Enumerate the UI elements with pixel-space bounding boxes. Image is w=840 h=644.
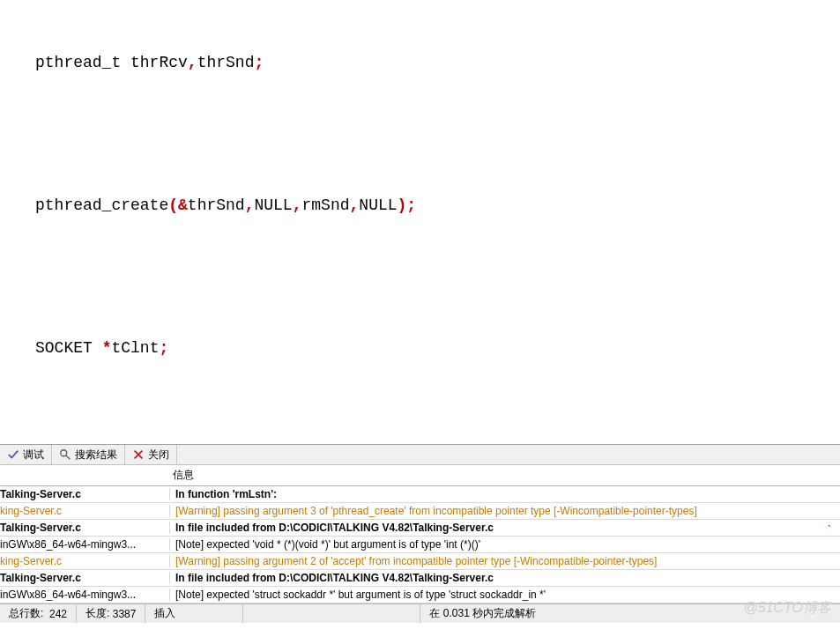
message-row[interactable]: king-Server.c[Warning] passing argument … (0, 553, 840, 570)
message-row[interactable]: inGW\x86_64-w64-mingw3...[Note] expected… (0, 537, 840, 553)
status-blank (243, 604, 420, 623)
svg-point-0 (61, 450, 67, 456)
bottom-panel-tabs: 调试 搜索结果 关闭 (0, 444, 840, 465)
status-parse-time: 在 0.031 秒内完成解析 (420, 604, 840, 623)
close-icon (132, 448, 145, 461)
message-text: In function 'rmLstn': (170, 488, 840, 500)
caret-mark: ` (828, 524, 831, 537)
message-file: Talking-Server.c (0, 572, 170, 584)
message-text: In file included from D:\CODICI\TALKING … (170, 572, 840, 584)
message-text: In file included from D:\CODICI\TALKING … (170, 522, 840, 534)
statusbar: 总行数: 242 长度: 3387 插入 在 0.031 秒内完成解析 (0, 603, 840, 623)
tab-search-label: 搜索结果 (75, 448, 117, 463)
tab-search-results[interactable]: 搜索结果 (52, 445, 125, 464)
message-file: inGW\x86_64-w64-mingw3... (0, 538, 170, 551)
code-line: SOCKET *tClnt; (4, 337, 840, 360)
tab-debug-label: 调试 (23, 448, 44, 463)
code-line (4, 122, 840, 146)
status-lines: 总行数: 242 (0, 604, 77, 623)
status-insert-mode: 插入 (145, 604, 243, 623)
messages-header: 信息 (0, 465, 840, 486)
message-text: [Warning] passing argument 3 of 'pthread… (170, 505, 840, 517)
message-text: [Warning] passing argument 2 of 'accept'… (170, 555, 840, 567)
message-text: [Note] expected 'struct sockaddr *' but … (170, 588, 840, 601)
message-row[interactable]: inGW\x86_64-w64-mingw3...[Note] expected… (0, 587, 840, 603)
code-line: pthread_t thrRcv,thrSnd; (4, 51, 840, 75)
message-file: inGW\x86_64-w64-mingw3... (0, 588, 170, 601)
code-line (4, 408, 840, 432)
status-length: 长度: 3387 (77, 604, 145, 623)
message-file: king-Server.c (0, 555, 170, 567)
tab-debug[interactable]: 调试 (0, 445, 52, 464)
tab-close[interactable]: 关闭 (125, 445, 177, 464)
svg-line-1 (66, 455, 70, 459)
message-text: [Note] expected 'void * (*)(void *)' but… (170, 538, 840, 551)
compiler-messages[interactable]: Talking-Server.cIn function 'rmLstn':kin… (0, 486, 840, 603)
message-row[interactable]: king-Server.c[Warning] passing argument … (0, 503, 840, 520)
tab-close-label: 关闭 (148, 448, 169, 463)
search-icon (59, 448, 71, 461)
message-file: king-Server.c (0, 505, 170, 517)
message-row[interactable]: Talking-Server.cIn file included from D:… (0, 570, 840, 587)
message-file: Talking-Server.c (0, 488, 170, 500)
code-editor[interactable]: pthread_t thrRcv,thrSnd; pthread_create(… (0, 0, 840, 444)
message-row[interactable]: Talking-Server.cIn function 'rmLstn': (0, 486, 840, 503)
code-line (4, 265, 840, 289)
check-icon (7, 448, 19, 461)
message-file: Talking-Server.c (0, 522, 170, 534)
message-row[interactable]: Talking-Server.cIn file included from D:… (0, 520, 840, 537)
code-line: pthread_create(&thrSnd,NULL,rmSnd,NULL); (4, 194, 840, 218)
